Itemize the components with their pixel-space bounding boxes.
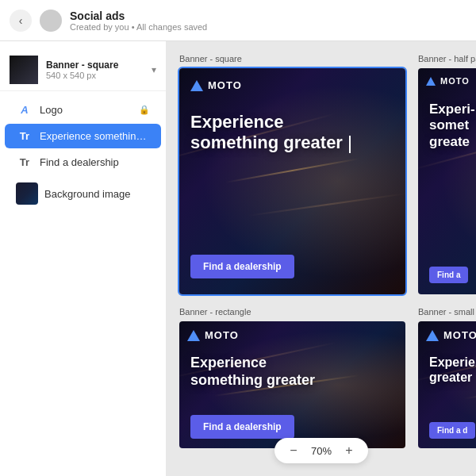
logo-text-half: MOTO [440, 76, 470, 86]
background-thumb-icon [16, 182, 38, 205]
banner-headline-half: Experi-sometgreate [429, 102, 476, 150]
banner-headline-rect: Experience something greater [190, 355, 394, 389]
zoom-in-button[interactable]: + [340, 441, 359, 460]
headline-text-half: Experi-sometgreate [429, 102, 476, 150]
zoom-out-button[interactable]: − [284, 441, 303, 460]
logo-text-icon: A [16, 104, 33, 116]
headline-text-rect: Experience something greater [190, 355, 394, 389]
sidebar-item-label-dealership: Find a dealership [40, 156, 150, 168]
banner-small-square[interactable]: MOTO Experie...greater Find a d [418, 321, 476, 448]
banner-size: 540 x 540 px [46, 71, 148, 80]
banner-label-small: Banner - small sq... [418, 307, 476, 317]
app-title: Social ads [70, 10, 466, 22]
sidebar-item-experience[interactable]: Tr Experience something... [5, 124, 161, 148]
banner-label-rect: Banner - rectangle [179, 307, 405, 317]
logo-triangle-rect [187, 330, 200, 341]
banner-label-half: Banner - half page [418, 54, 476, 63]
sidebar-item-label-experience: Experience something... [40, 130, 150, 142]
headline-text-square: Experience something greater [190, 112, 394, 154]
logo-text-small: MOTO [443, 329, 476, 341]
headline-text-small: Experie...greater [429, 355, 476, 385]
topbar: ‹ Social ads Created by you • All change… [0, 0, 476, 41]
banner-logo-rect: MOTO [187, 329, 239, 341]
banner-headline-square: Experience something greater [190, 112, 394, 154]
lock-icon: 🔒 [139, 105, 150, 115]
banner-rectangle[interactable]: MOTO Experience something greater Find a… [179, 321, 405, 448]
logo-triangle-half [426, 77, 436, 86]
banner-headline-small: Experie...greater [429, 355, 476, 385]
banner-info: Banner - square 540 x 540 px [46, 60, 148, 80]
sidebar-item-dealership[interactable]: Tr Find a dealership [5, 150, 161, 175]
find-dealership-button-half[interactable]: Find a [429, 267, 468, 283]
banner-select[interactable]: Banner - square 540 x 540 px ▾ [0, 49, 166, 91]
canvas-grid: Banner - square MOTO Experien [179, 54, 463, 448]
sidebar-item-label-background: Background image [44, 188, 150, 200]
banner-card-rect[interactable]: Banner - rectangle MOTO Experience somet… [179, 307, 405, 448]
logo-triangle-small [426, 330, 439, 341]
banner-card-square[interactable]: Banner - square MOTO Experien [179, 54, 405, 294]
banner-card-half[interactable]: Banner - half page MOTO Experi-sometgrea… [418, 54, 476, 294]
find-dealership-button-small[interactable]: Find a d [429, 422, 475, 439]
banner-name: Banner - square [46, 60, 148, 71]
sidebar-item-logo[interactable]: A Logo 🔒 [5, 98, 161, 122]
banner-card-small[interactable]: Banner - small sq... MOTO Experie...grea… [418, 307, 476, 448]
banner-logo-small: MOTO [426, 329, 476, 341]
logo-text-rect: MOTO [205, 329, 239, 341]
find-dealership-button-rect[interactable]: Find a dealership [190, 415, 294, 439]
sidebar-item-label-logo: Logo [40, 104, 136, 116]
banner-logo-half: MOTO [426, 76, 470, 86]
text-format-icon: Tr [16, 130, 33, 142]
sidebar-item-background[interactable]: Background image [5, 176, 161, 211]
logo-triangle-icon [190, 80, 203, 91]
text-icon-dealership: Tr [16, 156, 33, 168]
cursor-blink [349, 136, 351, 153]
chevron-down-icon: ▾ [152, 64, 156, 75]
zoom-value: 70% [311, 445, 332, 457]
find-dealership-button-square[interactable]: Find a dealership [190, 255, 294, 278]
topbar-info: Social ads Created by you • All changes … [70, 10, 466, 32]
main-layout: Banner - square 540 x 540 px ▾ A Logo 🔒 … [0, 41, 476, 476]
back-button[interactable]: ‹ [10, 10, 32, 32]
avatar [40, 10, 62, 32]
sidebar: Banner - square 540 x 540 px ▾ A Logo 🔒 … [0, 41, 167, 476]
banner-half-page[interactable]: MOTO Experi-sometgreate Find a [418, 68, 476, 294]
banner-label-square: Banner - square [179, 54, 405, 63]
banner-logo-square: MOTO [190, 79, 242, 91]
logo-text-square: MOTO [208, 79, 242, 91]
banner-square[interactable]: MOTO Experience something greater Find a… [179, 68, 405, 294]
banner-icon [10, 56, 38, 84]
canvas-area[interactable]: Banner - square MOTO Experien [167, 41, 476, 476]
app-subtitle: Created by you • All changes saved [70, 22, 466, 32]
zoom-bar: − 70% + [274, 438, 368, 463]
